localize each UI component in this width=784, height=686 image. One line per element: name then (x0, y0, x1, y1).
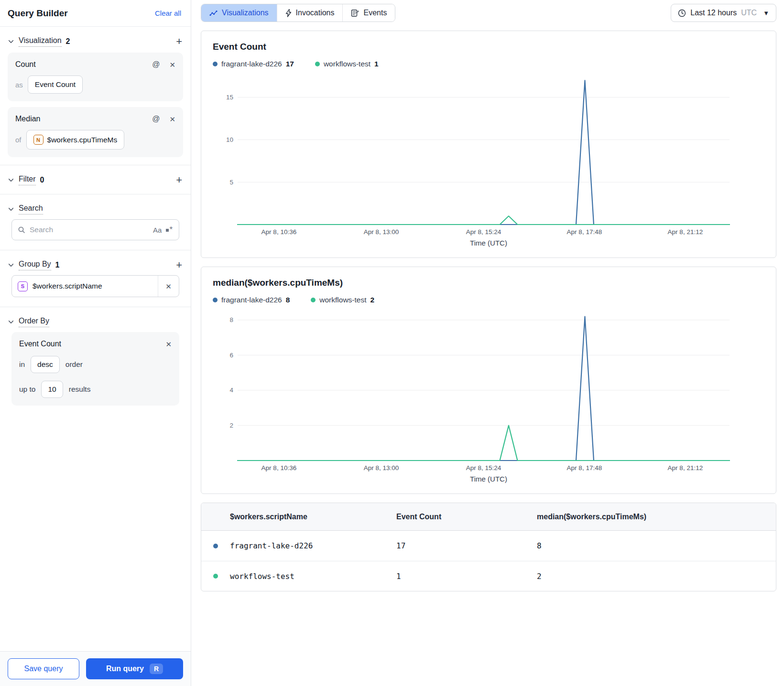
median-card-title: Median (15, 115, 40, 123)
search-label: Search (19, 204, 43, 214)
search-icon (18, 226, 25, 234)
tab-events[interactable]: Events (342, 4, 395, 21)
line-chart-icon (209, 10, 218, 17)
close-icon[interactable]: ✕ (169, 116, 175, 123)
legend-item[interactable]: workflows-test1 (315, 60, 379, 68)
legend-series-name: fragrant-lake-d226 (221, 60, 282, 68)
clear-all-button[interactable]: Clear all (155, 9, 181, 17)
svg-text:Apr 8, 17:48: Apr 8, 17:48 (567, 228, 602, 236)
chevron-down-icon[interactable] (8, 206, 14, 213)
in-label: in (19, 360, 25, 369)
timezone-label: UTC (741, 9, 757, 17)
search-input[interactable] (30, 225, 149, 234)
string-type-icon: S (18, 281, 28, 291)
svg-text:8: 8 (229, 316, 233, 323)
chevron-down-icon[interactable] (8, 319, 14, 325)
svg-text:6: 6 (229, 352, 233, 359)
tab-visualizations[interactable]: Visualizations (201, 4, 277, 21)
add-group-by-button[interactable]: + (175, 260, 183, 270)
svg-text:Apr 8, 17:48: Apr 8, 17:48 (567, 464, 602, 472)
up-to-label: up to (19, 385, 35, 394)
regex-icon[interactable]: * (166, 228, 173, 232)
median-cell: 2 (537, 572, 776, 581)
legend-series-value: 8 (286, 296, 290, 304)
event-count-chart-card: Event Count fragrant-lake-d22617workflow… (201, 31, 776, 258)
script-name-cell: workflows-test (230, 572, 396, 581)
svg-text:Apr 8, 13:00: Apr 8, 13:00 (364, 464, 399, 472)
legend-item[interactable]: fragrant-lake-d22617 (213, 60, 294, 68)
remove-group-by-button[interactable]: ✕ (158, 276, 179, 297)
main-topbar: Visualizations Invocations Events Last 1… (201, 4, 776, 22)
order-by-card: Event Count ✕ in desc order up to 10 res… (11, 332, 179, 406)
filter-count: 0 (40, 176, 44, 184)
visualization-section-header: Visualization 2 + (8, 36, 183, 47)
legend-dot (311, 298, 316, 302)
search-field-container: Aa * (11, 219, 179, 240)
group-by-field-value: $workers.scriptName (33, 282, 153, 290)
median-cell: 8 (537, 541, 776, 550)
caret-down-icon: ▼ (763, 10, 769, 17)
table-header-row: $workers.scriptName Event Count median($… (201, 503, 776, 531)
tab-invocations[interactable]: Invocations (277, 4, 343, 21)
chart-title: Event Count (213, 42, 764, 52)
legend-dot (315, 62, 320, 66)
median-visualization-card: Median @ ✕ of N $workers.cpuTimeMs (8, 107, 183, 157)
time-range-select[interactable]: Last 12 hours UTC ▼ (671, 4, 776, 22)
visualization-label: Visualization (19, 36, 62, 47)
time-range-label: Last 12 hours (690, 9, 737, 17)
column-header-event-count: Event Count (396, 513, 537, 521)
legend-dot (213, 62, 218, 66)
order-label: order (65, 360, 83, 369)
svg-text:Apr 8, 13:00: Apr 8, 13:00 (364, 228, 399, 236)
search-section: Search Aa * (0, 194, 191, 250)
sort-direction-select[interactable]: desc (31, 356, 60, 373)
sidebar-header: Query Builder Clear all (0, 0, 191, 27)
add-filter-button[interactable]: + (175, 175, 183, 185)
chart-plot[interactable]: 2468Apr 8, 10:36Apr 8, 13:00Apr 8, 15:24… (213, 309, 764, 474)
group-by-label: Group By (19, 260, 51, 270)
view-tabs: Visualizations Invocations Events (201, 4, 395, 22)
script-name-cell: fragrant-lake-d226 (230, 541, 396, 550)
case-sensitive-icon[interactable]: Aa (153, 226, 162, 234)
chevron-down-icon[interactable] (8, 38, 14, 45)
legend-item[interactable]: workflows-test2 (311, 296, 374, 304)
at-icon[interactable]: @ (152, 61, 160, 68)
tab-label: Events (363, 9, 387, 17)
legend-series-name: workflows-test (324, 60, 370, 68)
chart-plot[interactable]: 51015Apr 8, 10:36Apr 8, 13:00Apr 8, 15:2… (213, 73, 764, 238)
run-query-button[interactable]: Run query R (86, 658, 183, 679)
legend-item[interactable]: fragrant-lake-d2268 (213, 296, 290, 304)
table-row[interactable]: workflows-test 1 2 (201, 561, 776, 591)
group-by-count: 1 (55, 261, 60, 269)
chevron-down-icon[interactable] (8, 177, 14, 183)
clock-icon (678, 9, 686, 17)
count-card-title: Count (15, 60, 36, 69)
svg-text:4: 4 (229, 386, 233, 394)
save-query-button[interactable]: Save query (8, 658, 79, 679)
svg-text:Apr 8, 10:36: Apr 8, 10:36 (261, 464, 297, 472)
chevron-down-icon[interactable] (8, 262, 14, 268)
result-limit-input[interactable]: 10 (41, 381, 63, 398)
chart-legend: fragrant-lake-d2268workflows-test2 (213, 296, 764, 304)
table-row[interactable]: fragrant-lake-d226 17 8 (201, 531, 776, 561)
chart-legend: fragrant-lake-d22617workflows-test1 (213, 60, 764, 68)
at-icon[interactable]: @ (152, 115, 160, 123)
x-axis-label: Time (UTC) (213, 475, 764, 483)
order-by-label: Order By (19, 317, 49, 327)
event-count-cell: 17 (396, 541, 537, 550)
close-icon: ✕ (165, 283, 172, 290)
results-table: $workers.scriptName Event Count median($… (201, 503, 776, 591)
visualization-section: Visualization 2 + Count @ ✕ as Event Cou… (0, 27, 191, 165)
median-cputime-chart-card: median($workers.cpuTimeMs) fragrant-lake… (201, 267, 776, 494)
event-count-alias-field[interactable]: Event Count (28, 75, 83, 94)
chart-title: median($workers.cpuTimeMs) (213, 278, 764, 288)
close-icon[interactable]: ✕ (169, 61, 175, 68)
tab-label: Invocations (296, 9, 335, 17)
close-icon[interactable]: ✕ (165, 341, 172, 348)
column-header-script-name: $workers.scriptName (230, 513, 396, 521)
group-by-field[interactable]: S $workers.scriptName ✕ (11, 275, 179, 297)
number-type-icon: N (33, 135, 44, 145)
svg-text:5: 5 (229, 179, 233, 186)
median-field-selector[interactable]: N $workers.cpuTimeMs (26, 130, 125, 150)
add-visualization-button[interactable]: + (175, 36, 183, 47)
